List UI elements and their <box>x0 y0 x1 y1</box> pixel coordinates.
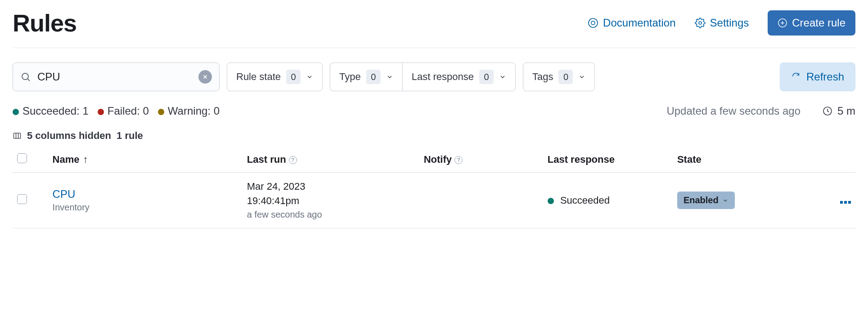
filter-rule-state-label: Rule state <box>236 71 281 83</box>
filter-last-response[interactable]: Last response 0 <box>402 62 516 91</box>
svg-line-7 <box>28 79 30 81</box>
filter-last-response-label: Last response <box>412 71 474 83</box>
chevron-down-icon <box>306 73 313 80</box>
documentation-link[interactable]: Documentation <box>588 17 675 29</box>
th-last-response[interactable]: Last response <box>543 147 673 173</box>
x-icon <box>202 74 208 80</box>
status-failed-label: Failed: 0 <box>108 105 149 117</box>
help-icon: ? <box>454 156 463 164</box>
th-notify[interactable]: Notify? <box>419 147 543 173</box>
cell-notify <box>419 173 543 228</box>
refresh-icon <box>791 72 801 82</box>
select-all-checkbox[interactable] <box>17 153 27 163</box>
state-toggle[interactable]: Enabled <box>677 192 735 209</box>
refresh-interval[interactable]: 5 m <box>822 105 855 117</box>
rules-table: Name↑ Last run? Notify? Last response St… <box>13 147 855 228</box>
state-label: Enabled <box>684 195 719 205</box>
header-actions: Documentation Settings Create rule <box>588 10 855 36</box>
status-warning-label: Warning: 0 <box>168 105 220 117</box>
dot-icon <box>13 109 19 115</box>
cell-last-response: Succeeded <box>560 195 610 206</box>
filter-tags-count: 0 <box>558 70 573 84</box>
help-icon: ? <box>289 156 297 164</box>
chevron-down-icon <box>722 197 729 204</box>
last-run-time: 19:40:41pm <box>247 195 415 207</box>
rule-subtitle: Inventory <box>53 202 238 213</box>
filter-rule-state-count: 0 <box>286 70 301 84</box>
filter-tags-label: Tags <box>532 71 553 83</box>
filter-last-response-count: 0 <box>479 70 494 84</box>
status-succeeded-label: Succeeded: 1 <box>22 105 89 117</box>
refresh-interval-label: 5 m <box>837 105 855 117</box>
columns-hidden-label: 5 columns hidden <box>27 130 111 142</box>
page-title: Rules <box>13 9 76 37</box>
columns-info[interactable]: 5 columns hidden 1 rule <box>13 130 855 142</box>
table-row: CPU Inventory Mar 24, 2023 19:40:41pm a … <box>13 173 855 228</box>
th-name-label: Name <box>53 154 80 165</box>
filter-type-label: Type <box>339 71 361 83</box>
dot-icon <box>548 198 554 204</box>
sort-asc-icon: ↑ <box>83 154 88 165</box>
th-last-run-label: Last run <box>247 154 286 165</box>
rule-name-link[interactable]: CPU <box>53 188 238 201</box>
page-header: Rules Documentation Settings Create rule <box>13 9 855 48</box>
filter-type[interactable]: Type 0 <box>330 62 402 91</box>
dot-icon <box>98 109 104 115</box>
updated-group: Updated a few seconds ago 5 m <box>666 105 855 117</box>
th-name[interactable]: Name↑ <box>48 147 243 173</box>
columns-icon <box>13 131 22 140</box>
row-actions-button[interactable] <box>840 201 851 204</box>
search-box <box>13 62 220 91</box>
documentation-label: Documentation <box>603 17 675 29</box>
th-last-run[interactable]: Last run? <box>243 147 419 173</box>
filter-type-count: 0 <box>366 70 381 84</box>
create-rule-button[interactable]: Create rule <box>768 10 855 36</box>
search-input[interactable] <box>31 71 198 83</box>
table-header-row: Name↑ Last run? Notify? Last response St… <box>13 147 855 173</box>
search-icon <box>20 71 31 82</box>
last-run-ago: a few seconds ago <box>247 209 415 220</box>
status-bar: Succeeded: 1 Failed: 0 Warning: 0 Update… <box>13 105 855 117</box>
rule-count-label: 1 rule <box>117 130 143 142</box>
chevron-down-icon <box>578 73 585 80</box>
svg-point-2 <box>699 22 702 24</box>
updated-ago-label: Updated a few seconds ago <box>666 105 801 117</box>
refresh-button[interactable]: Refresh <box>780 62 855 91</box>
svg-point-0 <box>589 18 598 27</box>
clock-refresh-icon <box>822 106 833 116</box>
dot-icon <box>158 109 164 115</box>
filter-tags[interactable]: Tags 0 <box>523 62 595 91</box>
status-failed: Failed: 0 <box>98 105 149 117</box>
svg-rect-11 <box>14 133 21 138</box>
clear-search-button[interactable] <box>198 70 212 84</box>
last-run-date: Mar 24, 2023 <box>247 181 415 192</box>
th-state-label: State <box>677 154 702 165</box>
svg-point-1 <box>591 21 595 25</box>
status-warning: Warning: 0 <box>158 105 220 117</box>
help-icon <box>588 18 598 28</box>
chevron-down-icon <box>499 73 506 80</box>
filters-row: Rule state 0 Type 0 Last response 0 Tags… <box>13 62 855 91</box>
th-select-all <box>13 147 48 173</box>
refresh-label: Refresh <box>806 71 844 83</box>
th-last-response-label: Last response <box>548 154 615 165</box>
th-actions <box>820 147 855 173</box>
th-state[interactable]: State <box>673 147 820 173</box>
svg-point-6 <box>22 73 28 80</box>
filter-rule-state[interactable]: Rule state 0 <box>227 62 323 91</box>
create-rule-label: Create rule <box>792 17 846 29</box>
settings-label: Settings <box>710 17 749 29</box>
status-counts: Succeeded: 1 Failed: 0 Warning: 0 <box>13 105 220 117</box>
chevron-down-icon <box>386 73 393 80</box>
th-notify-label: Notify <box>424 154 452 165</box>
settings-link[interactable]: Settings <box>695 17 749 29</box>
status-succeeded: Succeeded: 1 <box>13 105 89 117</box>
plus-circle-icon <box>778 18 787 28</box>
gear-icon <box>695 18 706 28</box>
row-checkbox[interactable] <box>17 194 27 204</box>
